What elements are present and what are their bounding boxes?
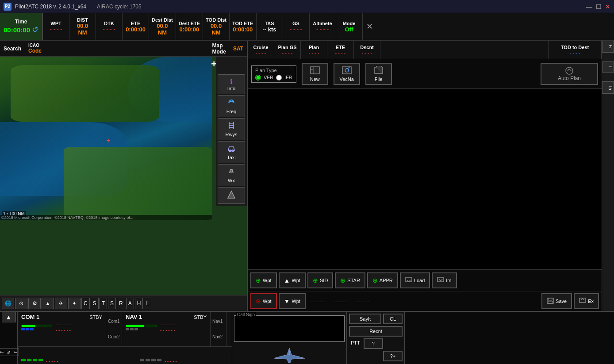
new-fp-btn[interactable]: New <box>302 63 328 85</box>
tab-ta[interactable]: Ta <box>602 81 614 94</box>
S-toolbar-btn[interactable]: S <box>91 298 99 309</box>
C-toolbar-btn[interactable]: C <box>81 298 90 309</box>
com1-stby-label: STBY <box>89 314 102 320</box>
S2-toolbar-btn[interactable]: S <box>108 298 116 309</box>
tod-to-dest-col <box>380 41 549 59</box>
dest-dist-value: 00.0 <box>157 23 168 29</box>
extra-btn[interactable] <box>218 187 245 204</box>
close-btn[interactable]: ✕ <box>605 3 610 10</box>
plan-type-box: Plan Type VFR IFR <box>251 65 296 83</box>
settings-toolbar-btn[interactable]: ⚙ <box>28 298 41 309</box>
info-btn[interactable]: ℹ Info <box>218 74 245 94</box>
time-column: Time 00:00:00 ↺ <box>0 13 43 40</box>
add-sid-icon: ⊕ <box>313 277 318 284</box>
del-wpt-btn[interactable]: ⊗ Wpt <box>250 293 277 309</box>
atc-controls: SayIt CL Recnt PTT ? ?+ <box>347 312 404 364</box>
auto-plan-btn[interactable]: Auto Plan <box>541 63 598 85</box>
minimize-btn[interactable]: — <box>586 3 592 10</box>
dest-ete-column: Dest ETE 0:00:00 <box>176 13 203 40</box>
call-sign-input[interactable] <box>237 318 342 325</box>
r-char: r <box>13 351 18 353</box>
freq-btn[interactable]: Freq <box>218 95 245 117</box>
nav1-sub-label: Nav1 <box>212 319 224 324</box>
export-btn[interactable]: Ex <box>574 293 599 309</box>
map-image[interactable]: + 1e 100 NM ©2018 Microsoft Corporation,… <box>0 57 212 220</box>
import-label: Im <box>446 278 451 283</box>
map-container[interactable]: + 1e 100 NM ©2018 Microsoft Corporation,… <box>0 57 247 295</box>
bottom-panel: ▲ P w r COM 1 STBY <box>0 311 614 364</box>
file-fp-btn[interactable]: File <box>365 63 392 85</box>
svg-rect-7 <box>342 67 351 74</box>
w-char: w <box>6 350 11 353</box>
svg-marker-3 <box>228 191 235 198</box>
star-toolbar-btn[interactable]: ✦ <box>68 298 81 309</box>
tod-ete-value: 0:00:00 <box>233 26 253 33</box>
dest-ete-label: Dest ETE <box>179 21 200 26</box>
tod-dist-column: TOD Dist 00.0 NM <box>203 13 230 40</box>
right-panel: Cruise - - - - Plan GS - - - - Plan - - … <box>248 41 602 311</box>
wpt-label: WPT <box>50 21 61 26</box>
taxi-btn[interactable]: Taxi <box>218 141 245 163</box>
fp-bottom-btns-row2: ⊗ Wpt ▼ Wpt - - - - - - - - - - - - - - … <box>248 291 602 311</box>
vecna-fp-btn[interactable]: VecNa <box>334 63 360 85</box>
tod-ete-column: TOD ETE 0:00:00 <box>230 13 256 40</box>
plan-gs-col: Plan GS - - - - <box>274 41 301 59</box>
T-toolbar-btn[interactable]: T <box>100 298 107 309</box>
import-btn[interactable]: Im <box>432 272 457 288</box>
atc-row2: Recnt <box>349 326 403 337</box>
info-icon: ℹ <box>219 77 244 86</box>
export-label: Ex <box>588 299 594 304</box>
A-toolbar-btn[interactable]: A <box>126 298 134 309</box>
wx-btn-label: Wx <box>228 178 235 183</box>
recnt-btn[interactable]: Recnt <box>349 326 403 337</box>
info-bar: Time 00:00:00 ↺ WPT - - - - DIST 00.0 NM… <box>0 13 614 41</box>
rwys-btn[interactable]: Rwys <box>218 118 245 140</box>
up-wpt-btn[interactable]: ▲ Wpt <box>279 272 306 288</box>
compass-toolbar-btn[interactable]: ⊙ <box>15 298 27 309</box>
plane-toolbar-btn[interactable]: ✈ <box>55 298 67 309</box>
title-bar: P2 Pilot2ATC 2018 v. 2.4.0.1_x64 AIRAC c… <box>0 0 614 13</box>
load-btn[interactable]: Load <box>400 272 430 288</box>
atc-row4: ?+ <box>349 351 403 361</box>
down-wpt-btn[interactable]: ▼ Wpt <box>279 293 306 309</box>
add-appr-btn[interactable]: ⊕ APPR <box>367 272 398 288</box>
globe-toolbar-btn[interactable]: 🌐 <box>2 298 14 309</box>
add-appr-label: APPR <box>380 278 393 283</box>
nav2-sub-label: Nav2 <box>212 334 224 339</box>
scroll-up-btn[interactable]: ▲ <box>2 312 16 322</box>
vfr-radio[interactable] <box>255 75 261 80</box>
close-info-btn[interactable]: ✕ <box>363 13 376 40</box>
ifr-radio[interactable] <box>276 75 282 80</box>
L-toolbar-btn[interactable]: L <box>144 298 151 309</box>
question-plus-btn[interactable]: ?+ <box>383 351 403 361</box>
freq-icon <box>219 98 244 109</box>
H-toolbar-btn[interactable]: H <box>135 298 143 309</box>
add-sid-btn[interactable]: ⊕ SID <box>307 272 333 288</box>
save-btn[interactable]: Save <box>541 293 572 309</box>
tab-t[interactable]: T <box>602 61 614 72</box>
plan-col: Plan - - - - <box>301 41 327 59</box>
dist-column: DIST 00.0 NM <box>69 13 96 40</box>
add-wpt-btn[interactable]: ⊕ Wpt <box>250 272 277 288</box>
gs-value: - - - - <box>290 26 302 33</box>
load-icon <box>405 277 412 284</box>
com2-sub-label: Com2 <box>108 334 120 339</box>
plan-value: - - - - <box>309 50 319 55</box>
triangle-toolbar-btn[interactable]: ▲ <box>42 298 54 309</box>
wx-btn[interactable]: Wx <box>218 164 245 186</box>
add-wpt-label: Wpt <box>263 278 272 283</box>
maximize-btn[interactable]: ☐ <box>596 3 602 10</box>
mode-column: Mode Off <box>336 13 363 40</box>
export-icon <box>579 298 586 305</box>
load-label: Load <box>414 278 425 283</box>
add-star-btn[interactable]: ⊕ STAR <box>335 272 365 288</box>
svg-rect-12 <box>406 277 412 282</box>
refresh-btn[interactable]: ↺ <box>32 25 38 34</box>
tab-fr[interactable]: Fr <box>602 41 614 53</box>
cl-btn[interactable]: CL <box>383 314 403 324</box>
say-it-btn[interactable]: SayIt <box>349 314 381 324</box>
plan-label: Plan <box>309 45 319 50</box>
question-btn[interactable]: ? <box>364 338 383 349</box>
R-toolbar-btn[interactable]: R <box>117 298 125 309</box>
right-empty-section <box>404 312 614 364</box>
